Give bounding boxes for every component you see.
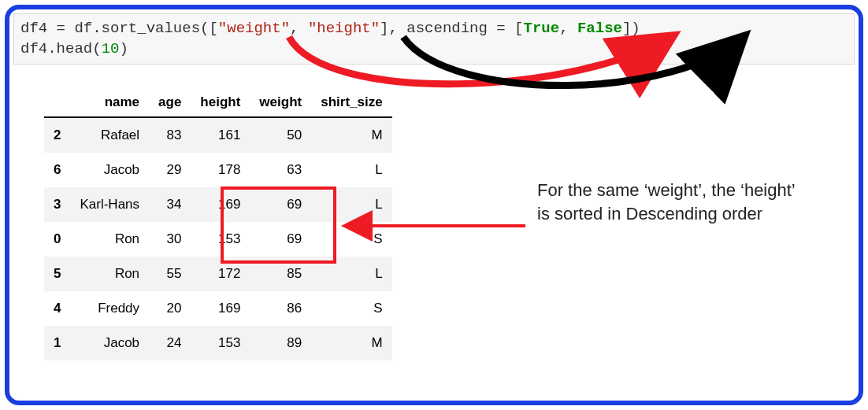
code-string-weight: "weight": [218, 20, 290, 37]
cell: 86: [250, 291, 311, 326]
cell: 50: [250, 117, 311, 153]
table-row: 1 Jacob 24 153 89 M: [44, 326, 392, 360]
cell: 169: [191, 187, 250, 222]
cell: 30: [149, 222, 191, 257]
cell: 85: [250, 257, 311, 291]
table-row: 6 Jacob 29 178 63 L: [44, 153, 392, 187]
row-index: 3: [44, 187, 70, 222]
code-keyword-false: False: [577, 20, 622, 37]
cell: 20: [149, 291, 191, 326]
cell: 69: [250, 222, 311, 257]
code-string-height: "height": [308, 20, 380, 37]
cell: L: [311, 153, 391, 187]
col-header: shirt_size: [311, 88, 391, 117]
cell: Karl-Hans: [70, 187, 149, 222]
cell: Ron: [70, 222, 149, 257]
cell: 89: [250, 326, 311, 360]
cell: 153: [191, 222, 250, 257]
cell: L: [311, 257, 391, 291]
code-number: 10: [102, 40, 120, 57]
code-line1: df4 = df.sort_values(["weight", "height"…: [20, 20, 640, 37]
slide-frame: df4 = df.sort_values(["weight", "height"…: [5, 5, 863, 405]
row-index: 2: [44, 117, 70, 153]
code-block: df4 = df.sort_values(["weight", "height"…: [13, 13, 855, 65]
col-header: weight: [250, 88, 311, 117]
table-row: 3 Karl-Hans 34 169 69 L: [44, 187, 392, 222]
col-header: name: [70, 88, 149, 117]
cell: S: [311, 291, 391, 326]
cell: S: [311, 222, 391, 257]
row-index: 1: [44, 326, 70, 360]
col-header: height: [191, 88, 250, 117]
code-text: ]): [622, 20, 640, 37]
cell: Rafael: [70, 117, 149, 153]
dataframe-output: name age height weight shirt_size 2 Rafa…: [44, 88, 392, 360]
annotation-text: For the same ‘weight’, the ‘height’ is s…: [537, 179, 797, 225]
cell: 55: [149, 257, 191, 291]
col-header: age: [149, 88, 191, 117]
cell: 29: [149, 153, 191, 187]
cell: 161: [191, 117, 250, 153]
code-text: ], ascending = [: [380, 20, 523, 37]
cell: 178: [191, 153, 250, 187]
cell: Freddy: [70, 291, 149, 326]
cell: 169: [191, 291, 250, 326]
row-index: 5: [44, 257, 70, 291]
cell: M: [311, 117, 391, 153]
cell: Jacob: [70, 326, 149, 360]
table-row: 2 Rafael 83 161 50 M: [44, 117, 392, 153]
table-row: 0 Ron 30 153 69 S: [44, 222, 392, 257]
cell: L: [311, 187, 391, 222]
cell: M: [311, 326, 391, 360]
cell: 24: [149, 326, 191, 360]
code-text: ): [119, 40, 128, 57]
row-index: 4: [44, 291, 70, 326]
code-text: ,: [290, 20, 308, 37]
cell: 34: [149, 187, 191, 222]
code-text: df4 = df.sort_values([: [20, 20, 218, 37]
code-keyword-true: True: [524, 20, 560, 37]
dataframe-table: name age height weight shirt_size 2 Rafa…: [44, 88, 392, 360]
cell: 69: [250, 187, 311, 222]
index-header: [44, 88, 70, 117]
row-index: 0: [44, 222, 70, 257]
code-line2: df4.head(10): [20, 40, 128, 57]
cell: 63: [250, 153, 311, 187]
cell: 153: [191, 326, 250, 360]
code-text: df4.head(: [20, 40, 102, 57]
code-text: ,: [559, 20, 577, 37]
table-row: 4 Freddy 20 169 86 S: [44, 291, 392, 326]
row-index: 6: [44, 153, 70, 187]
table-row: 5 Ron 55 172 85 L: [44, 257, 392, 291]
cell: Ron: [70, 257, 149, 291]
cell: Jacob: [70, 153, 149, 187]
table-header-row: name age height weight shirt_size: [44, 88, 392, 117]
cell: 83: [149, 117, 191, 153]
cell: 172: [191, 257, 250, 291]
